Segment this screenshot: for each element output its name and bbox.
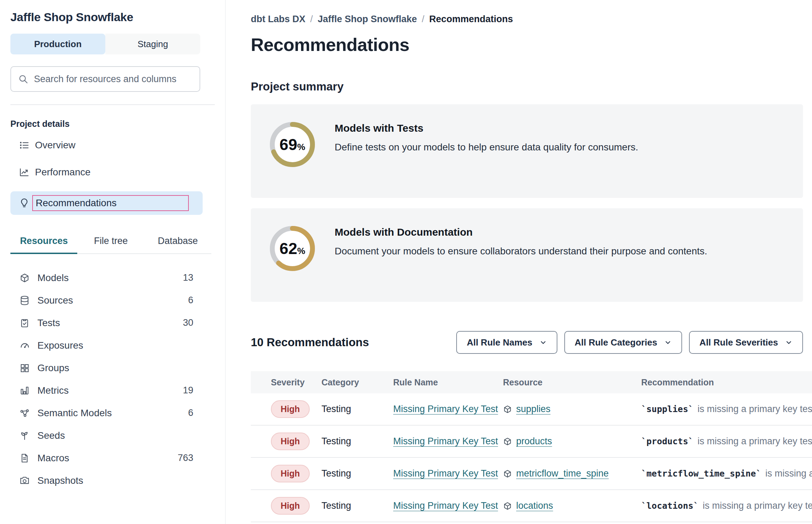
resource-code: `locations` xyxy=(641,501,699,511)
cube-icon xyxy=(503,469,512,478)
cube-icon xyxy=(503,437,512,446)
resource-label: Groups xyxy=(37,363,69,374)
sidebar-item-metrics[interactable]: Metrics 19 xyxy=(10,379,215,402)
donut-chart-documentation: 62% xyxy=(265,221,319,276)
breadcrumb-separator: / xyxy=(310,14,313,25)
filters: All Rule Names All Rule Categories All R… xyxy=(456,331,803,354)
card-title: Models with Documentation xyxy=(335,226,707,238)
table-row: High Testing Missing Primary Key Test me… xyxy=(251,458,812,490)
breadcrumb-separator: / xyxy=(422,14,425,25)
camera-icon xyxy=(19,475,30,486)
resource-label: Snapshots xyxy=(37,475,83,486)
search-placeholder: Search for resources and columns xyxy=(34,74,176,85)
project-details-label: Project details xyxy=(10,119,215,129)
network-icon xyxy=(19,408,30,418)
cube-icon xyxy=(503,405,512,414)
severity-badge: High xyxy=(271,465,310,482)
severity-badge: High xyxy=(271,433,310,450)
project-title: Jaffle Shop Snowflake xyxy=(10,10,215,24)
sidebar-item-groups[interactable]: Groups xyxy=(10,357,215,379)
sidebar-item-semantic-models[interactable]: Semantic Models 6 xyxy=(10,402,215,424)
search-icon xyxy=(18,74,28,84)
resource-count: 763 xyxy=(178,453,193,463)
resource-code: `products` xyxy=(641,436,694,446)
filter-rule-names[interactable]: All Rule Names xyxy=(456,331,557,354)
rule-name-link[interactable]: Missing Primary Key Test xyxy=(393,500,498,511)
clipboard-check-icon xyxy=(19,318,30,328)
cube-icon xyxy=(19,273,30,283)
donut-value: 69% xyxy=(265,117,319,172)
recommendation-cell: `supplies`is missing a primary key test.… xyxy=(641,404,812,414)
column-header-resource: Resource xyxy=(503,377,641,387)
resource-label: Metrics xyxy=(37,385,69,396)
sidebar-item-models[interactable]: Models 13 xyxy=(10,267,215,289)
main-content: dbt Labs DX / Jaffle Shop Snowflake / Re… xyxy=(226,0,812,524)
recommendation-cell: `locations`is missing a primary key test… xyxy=(641,500,812,511)
tab-database[interactable]: Database xyxy=(144,236,211,253)
resource-code: `supplies` xyxy=(641,404,694,414)
donut-value: 62% xyxy=(265,221,319,276)
rule-name-link[interactable]: Missing Primary Key Test xyxy=(393,468,498,479)
tab-resources[interactable]: Resources xyxy=(10,236,77,254)
filter-rule-severities[interactable]: All Rule Severities xyxy=(689,331,803,354)
sidebar-item-seeds[interactable]: Seeds xyxy=(10,424,215,447)
filter-rule-categories[interactable]: All Rule Categories xyxy=(564,331,682,354)
env-tab-staging[interactable]: Staging xyxy=(105,34,200,54)
resource-link[interactable]: locations xyxy=(516,500,553,511)
breadcrumb-account[interactable]: dbt Labs DX xyxy=(251,14,306,25)
resource-link[interactable]: products xyxy=(516,436,552,447)
summary-card-tests: 69% Models with Tests Define tests on yo… xyxy=(251,104,803,198)
sidebar-item-tests[interactable]: Tests 30 xyxy=(10,312,215,334)
table-row: High Testing Missing Primary Key Test lo… xyxy=(251,490,812,522)
resource-label: Sources xyxy=(37,295,73,306)
sidebar-item-macros[interactable]: Macros 763 xyxy=(10,447,215,469)
project-summary-heading: Project summary xyxy=(251,80,812,93)
recommendation-cell: `metricflow_time_spine`is missing a prim… xyxy=(641,468,812,479)
environment-toggle: Production Staging xyxy=(10,34,200,54)
severity-badge: High xyxy=(271,497,310,515)
sprout-icon xyxy=(19,430,30,441)
donut-chart-tests: 69% xyxy=(265,117,319,172)
category-cell: Testing xyxy=(321,468,393,479)
sidebar-item-recommendations[interactable]: Recommendations xyxy=(10,191,203,215)
chevron-down-icon xyxy=(785,339,793,346)
breadcrumb-project[interactable]: Jaffle Shop Snowflake xyxy=(318,14,417,25)
recommendations-header: 10 Recommendations All Rule Names All Ru… xyxy=(251,331,803,354)
chevron-down-icon xyxy=(539,339,547,346)
sidebar-item-sources[interactable]: Sources 6 xyxy=(10,289,215,312)
page-title: Recommendations xyxy=(251,34,812,55)
severity-badge: High xyxy=(271,400,310,418)
sidebar-item-performance[interactable]: Performance xyxy=(10,164,215,180)
card-description: Document your models to ensure collabora… xyxy=(335,246,707,257)
line-chart-icon xyxy=(19,167,29,177)
breadcrumb: dbt Labs DX / Jaffle Shop Snowflake / Re… xyxy=(251,14,812,25)
search-input[interactable]: Search for resources and columns xyxy=(10,66,200,92)
resource-link[interactable]: metricflow_time_spine xyxy=(516,468,609,479)
card-description: Define tests on your models to help ensu… xyxy=(335,142,638,153)
sidebar-item-exposures[interactable]: Exposures xyxy=(10,334,215,357)
sidebar-item-snapshots[interactable]: Snapshots xyxy=(10,469,215,492)
sidebar-item-label: Overview xyxy=(35,140,76,151)
resource-code: `metricflow_time_spine` xyxy=(641,469,761,479)
table-header-row: Severity Category Rule Name Resource Rec… xyxy=(251,371,812,393)
column-header-rule-name: Rule Name xyxy=(393,377,503,387)
resource-link[interactable]: supplies xyxy=(516,404,550,414)
annotation-highlight-box: Recommendations xyxy=(32,195,189,211)
resource-count: 13 xyxy=(183,272,193,283)
breadcrumb-current: Recommendations xyxy=(429,14,513,25)
resource-list: Models 13 Sources 6 Tests 30 xyxy=(10,267,215,492)
table-row: High Testing Missing Primary Key Test pr… xyxy=(251,426,812,458)
rule-name-link[interactable]: Missing Primary Key Test xyxy=(393,404,498,414)
resource-label: Macros xyxy=(37,453,69,464)
rule-name-link[interactable]: Missing Primary Key Test xyxy=(393,436,498,446)
bar-chart-icon xyxy=(19,385,30,396)
sidebar: Jaffle Shop Snowflake Production Staging… xyxy=(0,0,226,524)
sidebar-item-overview[interactable]: Overview xyxy=(10,137,215,153)
tab-file-tree[interactable]: File tree xyxy=(77,236,144,253)
card-title: Models with Tests xyxy=(335,122,638,134)
resource-count: 19 xyxy=(183,385,193,396)
cube-icon xyxy=(503,501,512,510)
list-icon xyxy=(19,140,29,150)
recommendations-count-heading: 10 Recommendations xyxy=(251,336,369,349)
env-tab-production[interactable]: Production xyxy=(10,34,105,54)
